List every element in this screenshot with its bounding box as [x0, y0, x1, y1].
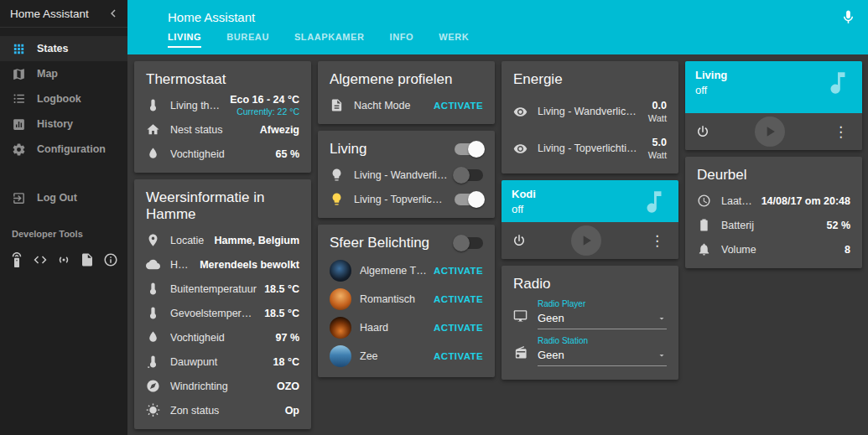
- sidebar-item-logbook[interactable]: Logbook: [0, 86, 127, 111]
- entity-value: Eco 16 - 24 °C: [230, 94, 299, 106]
- sidebar-item-history[interactable]: History: [0, 111, 127, 137]
- entity-row[interactable]: Batterij 52 %: [697, 213, 850, 237]
- entity-value: 14/08/17 om 20:48: [761, 195, 850, 207]
- remote-icon[interactable]: [9, 252, 24, 267]
- entity-row[interactable]: Laatste activiteit 14/08/17 om 20:48: [697, 189, 850, 213]
- activate-button[interactable]: ACTIVATE: [434, 294, 483, 304]
- card-title: Thermostaat: [146, 71, 299, 88]
- entity-unit: Watt: [648, 113, 667, 123]
- entity-row[interactable]: Living thermostaat Eco 16 - 24 °C Curren…: [146, 93, 299, 117]
- entity-row[interactable]: Living - Wandverlichting (Verb... 0.0 Wa…: [513, 93, 667, 130]
- entity-row[interactable]: Gevoelstemperatuur 18.5 °C: [146, 301, 299, 325]
- tab-info[interactable]: INFO: [390, 32, 414, 48]
- card-title: Sfeer Belichting: [330, 235, 429, 251]
- media-controls: ⋮: [685, 113, 862, 150]
- entity-row: Nacht Mode ACTIVATE: [330, 93, 483, 117]
- entity-row[interactable]: Vochtigheid 65 %: [146, 142, 299, 166]
- select-row: Radio Station Geen: [513, 336, 667, 366]
- sidebar-item-configuration[interactable]: Configuration: [0, 137, 127, 162]
- thermostaat-card: Thermostaat Living thermostaat Eco 16 - …: [134, 61, 311, 173]
- play-button[interactable]: [571, 225, 601, 256]
- sidebar-item-states[interactable]: States: [0, 36, 127, 61]
- map-marker-icon: [146, 233, 160, 247]
- entity-row[interactable]: Buitentemperatuur 18.5 °C: [146, 277, 299, 301]
- radio-station-select[interactable]: Radio Station Geen: [538, 336, 667, 366]
- battery-icon: [697, 218, 711, 232]
- entity-name: Living - Topverlichting (Verb...: [538, 142, 642, 154]
- deurbel-card: Deurbel Laatste activiteit 14/08/17 om 2…: [685, 157, 862, 268]
- activate-button[interactable]: ACTIVATE: [434, 323, 483, 333]
- radio-icon: [513, 345, 528, 360]
- power-icon[interactable]: [695, 124, 710, 139]
- entity-name: Gevoelstemperatuur: [170, 308, 257, 319]
- activate-button[interactable]: ACTIVATE: [434, 101, 483, 111]
- entity-value: 18.5 °C: [264, 308, 299, 319]
- lightbulb-on-icon: [330, 192, 344, 206]
- entity-name: Vochtigheid: [170, 332, 269, 344]
- scene-thumbnail: [330, 260, 351, 282]
- chart-box-icon: [12, 117, 26, 132]
- scene-row: Romantisch ACTIVATE: [330, 285, 483, 313]
- entity-name: Living - Wandverlichting (Verb...: [538, 106, 642, 117]
- collapse-sidebar-button[interactable]: [106, 6, 121, 21]
- entity-row[interactable]: Windrichting OZO: [146, 374, 299, 398]
- entity-row[interactable]: Dauwpunt 18 °C: [146, 350, 299, 374]
- entity-row[interactable]: Nest status Afwezig: [146, 117, 299, 142]
- tab-werk[interactable]: WERK: [439, 32, 469, 48]
- entity-row[interactable]: Huidige toestand Merendeels bewolkt: [146, 252, 299, 277]
- light-toggle[interactable]: [455, 169, 483, 181]
- more-options-icon[interactable]: ⋮: [829, 123, 852, 141]
- entity-row[interactable]: Locatie Hamme, Belgium: [146, 228, 299, 252]
- water-drop-icon: [146, 147, 160, 161]
- entity-value: 65 %: [276, 148, 300, 160]
- tab-living[interactable]: LIVING: [168, 32, 201, 48]
- sidebar: Home Assistant States Map: [0, 0, 127, 435]
- scene-name: Romantisch: [360, 293, 427, 305]
- light-toggle[interactable]: [455, 194, 483, 205]
- entity-unit: Watt: [648, 150, 667, 160]
- entity-value: 18.5 °C: [264, 283, 299, 295]
- tab-bureau[interactable]: BUREAU: [226, 32, 269, 48]
- sfeer-card: Sfeer Belichting Algemene TV Modus ACTIV…: [318, 225, 495, 377]
- entity-name: Zon status: [170, 405, 278, 417]
- entity-name: Nacht Mode: [354, 100, 427, 111]
- sidebar-item-map[interactable]: Map: [0, 61, 127, 86]
- entity-row[interactable]: Zon status Op: [146, 398, 299, 422]
- entity-name: Laatste activiteit: [721, 195, 755, 207]
- kodi-media-card: Kodi off ⋮: [502, 180, 678, 259]
- media-controls: ⋮: [502, 222, 678, 259]
- tab-slaapkamer[interactable]: SLAAPKAMER: [294, 32, 365, 48]
- monitor-icon: [513, 308, 528, 323]
- activate-button[interactable]: ACTIVATE: [434, 266, 483, 276]
- scene-row: Algemene TV Modus ACTIVATE: [330, 256, 483, 285]
- profiles-card: Algemene profielen Nacht Mode ACTIVATE: [318, 61, 495, 124]
- group-toggle[interactable]: [455, 143, 483, 155]
- activate-button[interactable]: ACTIVATE: [434, 351, 483, 361]
- entity-secondary: Currently: 22 °C: [230, 106, 299, 117]
- entity-row[interactable]: Living - Topverlichting (Verb... 5.0 Wat…: [513, 130, 667, 167]
- access-point-icon[interactable]: [56, 252, 71, 267]
- app-header: Home Assistant LIVING BUREAU SLAAPKAMER …: [127, 0, 868, 54]
- media-header[interactable]: Kodi off: [502, 180, 678, 222]
- document-icon[interactable]: [80, 252, 95, 267]
- entity-row[interactable]: Vochtigheid 97 %: [146, 325, 299, 350]
- more-options-icon[interactable]: ⋮: [646, 232, 668, 250]
- code-tags-icon[interactable]: [33, 252, 48, 267]
- group-toggle[interactable]: [455, 237, 483, 249]
- entity-row[interactable]: Volume 8: [697, 237, 850, 262]
- radio-player-select[interactable]: Radio Player Geen: [538, 299, 667, 329]
- view-tabs: LIVING BUREAU SLAAPKAMER INFO WERK: [127, 32, 868, 48]
- sidebar-item-logout[interactable]: Log Out: [0, 185, 127, 210]
- power-icon[interactable]: [512, 233, 527, 248]
- compass-icon: [146, 379, 160, 393]
- sidebar-menu: States Map Logbook History: [0, 28, 127, 210]
- media-header[interactable]: Living off: [685, 61, 862, 113]
- water-drop-icon: [146, 330, 160, 344]
- play-button[interactable]: [755, 117, 785, 147]
- scene-name: Haard: [360, 322, 427, 334]
- main-area: Home Assistant LIVING BUREAU SLAAPKAMER …: [127, 0, 868, 435]
- info-icon[interactable]: [103, 252, 118, 267]
- living-lights-card: Living Living - Wandverlichting: [318, 131, 495, 218]
- microphone-icon[interactable]: [840, 9, 856, 25]
- scene-row: Haard ACTIVATE: [330, 313, 483, 342]
